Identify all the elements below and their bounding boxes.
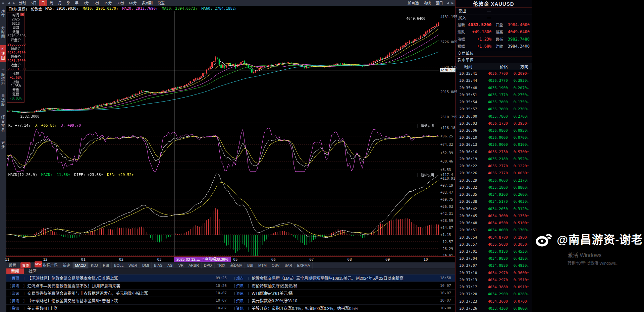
sidebar-item-个股资料[interactable]: 个股资料: [0, 67, 6, 87]
news-item[interactable]: [资讯]美元指数6日上涨10-07: [6, 305, 231, 312]
candlestick-pane[interactable]: 4131.1553726.0653320.9752915.8852510.795…: [6, 11, 455, 123]
news-item[interactable]: [资讯]汇海点市—美元指数低位震荡不改！10月降息再来袭10:26: [6, 282, 231, 289]
period-button-30分[interactable]: 30分: [114, 0, 126, 6]
indicator-tab-BBI[interactable]: BBI: [245, 262, 256, 268]
indicator-tab-TRIX[interactable]: TRIX: [215, 262, 228, 268]
indicator-tab-MTM[interactable]: MTM: [256, 262, 269, 268]
tick-row[interactable]: 20:37:264033.43000.8600↓: [455, 305, 532, 312]
tick-row[interactable]: 20:37:234034.36000.0700↑: [455, 298, 532, 305]
period-button-月[interactable]: 月: [56, 0, 64, 6]
toolbar-button-窗口[interactable]: 窗口: [433, 0, 445, 6]
kdj-pane[interactable]: K: +77.14↑D: +65.86↑J: +99.70↑ 指标说明 +118…: [6, 123, 455, 172]
tick-row[interactable]: 20:36:424034.20500.3120↓: [455, 205, 532, 212]
news-item[interactable]: [资讯]美元指数涨0.39%报98.1010-07: [231, 297, 455, 304]
indicator-tab-RSI[interactable]: RSI: [101, 262, 112, 268]
candlestick-canvas[interactable]: [6, 11, 439, 123]
macd-help-button[interactable]: 指标说明: [418, 173, 437, 177]
period-button-年[interactable]: 年: [72, 0, 81, 6]
tick-row[interactable]: 20:36:064036.08000.0950↓: [455, 127, 532, 134]
sidebar-item-综合排名[interactable]: 综合排名: [0, 113, 6, 134]
pin-button[interactable]: 置顶: [20, 262, 31, 268]
tick-row[interactable]: 20:37:014035.01800.4530↓: [455, 248, 532, 255]
tick-row[interactable]: 20:36:354034.92000.2600↓: [455, 191, 532, 198]
indicator-tab-VR[interactable]: VR: [176, 262, 186, 268]
tick-row[interactable]: 20:35:574035.78000.2700↓: [455, 106, 532, 113]
indicator-tab-ARBR[interactable]: ARBR: [186, 262, 202, 268]
tick-row[interactable]: 20:36:004035.78000.2700↓: [455, 113, 532, 120]
tick-row[interactable]: 20:35:544035.78000.1750↓: [455, 99, 532, 106]
tick-row[interactable]: 20:37:074034.08800.4920↓: [455, 262, 532, 269]
macd-pane[interactable]: MACD(12,26,9)MACD: -11.68↑DIFF: +23.68↑D…: [6, 172, 455, 257]
news-item[interactable]: [资讯]WTI原油失守61美元/桶10-07: [231, 290, 455, 297]
macd-canvas[interactable]: [6, 172, 439, 257]
indicator-plaza-button[interactable]: NEW 指标广场: [32, 262, 60, 268]
tick-row[interactable]: 20:36:514034.80000.1700↓: [455, 227, 532, 234]
indicator-tab-BOLL[interactable]: BOLL: [112, 262, 126, 268]
period-button-1分[interactable]: 1分: [81, 0, 91, 6]
indicator-tab-EXPMA[interactable]: EXPMA: [295, 262, 313, 268]
tick-row[interactable]: 20:37:044034.98800.4380↓: [455, 255, 532, 262]
tick-row[interactable]: 20:36:224036.27700.1220↑: [455, 163, 532, 170]
tick-row[interactable]: 20:37:134034.29700.1510↑: [455, 276, 532, 284]
tick-row[interactable]: 20:37:104034.29700.3600↑: [455, 269, 532, 276]
tick-row[interactable]: 20:36:194036.21800.3520↓: [455, 155, 532, 163]
period-button-分时[interactable]: 分时: [16, 0, 29, 6]
tick-row[interactable]: 20:36:034036.17300.3950↑: [455, 120, 532, 127]
tick-row[interactable]: 20:37:204034.29000.0280↓: [455, 291, 532, 298]
news-item[interactable]: [资讯]交易员等待美联储会议指引与非农数据延迟发布，美元指数小幅上涨10-07: [6, 290, 231, 297]
tick-row[interactable]: 20:36:454034.30000.1350↑: [455, 212, 532, 220]
tick-row[interactable]: 20:35:444036.37700.3930↓: [455, 77, 532, 84]
tick-row[interactable]: 20:35:484036.19000.2070↓: [455, 84, 532, 91]
indicator-tab-OBV[interactable]: OBV: [269, 262, 282, 268]
tick-row[interactable]: 20:36:104036.00000.0700↓: [455, 134, 532, 141]
period-button-多周期[interactable]: 多周期: [139, 0, 155, 6]
tick-row[interactable]: 20:37:174034.38800.0910↑: [455, 284, 532, 291]
period-button-日[interactable]: 日: [39, 0, 47, 6]
sidebar-item-自选股[interactable]: 自选股: [0, 92, 6, 109]
kdj-canvas[interactable]: [6, 123, 439, 172]
indicator-tab-BIAS[interactable]: BIAS: [152, 262, 165, 268]
period-button-15分[interactable]: 15分: [102, 0, 114, 6]
tick-row[interactable]: 20:35:414036.77000.2090↑: [455, 70, 532, 77]
news-item[interactable]: [置顶]【环球财经】伦敦金属交易所基本金属7日普遍上涨09:25: [6, 274, 231, 282]
period-button-60分[interactable]: 60分: [127, 0, 139, 6]
nav-forward-icon[interactable]: ▶: [11, 0, 16, 6]
sidebar-item-K线图[interactable]: K线图: [0, 45, 6, 62]
indicator-settings-button[interactable]: 设置: [6, 262, 19, 268]
toolbar-button-加自选[interactable]: 加自选: [405, 0, 421, 6]
nav-back-icon[interactable]: ◀: [6, 0, 11, 6]
tick-row[interactable]: 20:36:164036.27300.5700↑: [455, 148, 532, 155]
news-item[interactable]: [资讯]布伦特原油失守65美元/桶10-07: [231, 282, 455, 289]
tick-row[interactable]: 20:36:544034.87000.1900↑: [455, 234, 532, 241]
period-button-季[interactable]: 季: [64, 0, 72, 6]
indicator-tab-ASI[interactable]: ASI: [165, 262, 176, 268]
close-icon[interactable]: ×: [20, 13, 24, 16]
period-button-5分[interactable]: 5分: [91, 0, 102, 6]
news-item[interactable]: [资讯]【环球财经】伦敦金属交易所基本金属6日普遍下跌10-07: [6, 297, 231, 304]
period-button-5日[interactable]: 5日: [29, 0, 39, 6]
indicator-tab-W&R[interactable]: W&R: [126, 262, 140, 268]
news-item[interactable]: [观点]伦敦金属交易所（LME）三个月期铜涨至每吨10815美元，创2024年5…: [231, 274, 455, 282]
tick-row[interactable]: 20:36:384034.51700.4030↓: [455, 198, 532, 205]
indicator-tab-KDJ[interactable]: KDJ: [89, 262, 101, 268]
time-sales-list[interactable]: 20:35:414036.77000.2090↑20:35:444036.377…: [455, 70, 532, 312]
indicator-tab-DPO[interactable]: DPO: [202, 262, 215, 268]
period-button-周[interactable]: 周: [47, 0, 56, 6]
tick-row[interactable]: 20:36:484034.85000.5100↑: [455, 220, 532, 227]
tick-row[interactable]: 20:35:514036.17700.2750↓: [455, 91, 532, 99]
tick-row[interactable]: 20:36:294036.06000.2170↓: [455, 177, 532, 184]
sidebar-collapse-icon[interactable]: ≡: [0, 0, 6, 5]
pager-left-icon[interactable]: ◀: [445, 0, 450, 6]
toolbar-button-均线[interactable]: 均线: [421, 0, 433, 6]
kdj-help-button[interactable]: 指标说明: [418, 124, 437, 128]
pager-right-icon[interactable]: ▶: [450, 0, 455, 6]
tick-row[interactable]: 20:36:134036.00000.0100↓: [455, 141, 532, 148]
sidebar-item-推荐[interactable]: 推荐: [0, 7, 6, 19]
news-tab-新闻[interactable]: 新闻: [6, 268, 24, 274]
indicator-tab-新DMA[interactable]: 新DMA: [228, 262, 245, 268]
new-indicator-button[interactable]: 新建: [60, 262, 73, 268]
sidebar-item-更多[interactable]: 更多: [0, 139, 6, 151]
news-item[interactable]: [资讯]美股开盘：道指开盘涨0.1%，标普500涨0.3%，纳指涨0.5%10-…: [231, 305, 455, 312]
news-tab-社区[interactable]: 社区: [24, 268, 41, 274]
period-button-设置[interactable]: 设置: [155, 0, 167, 6]
